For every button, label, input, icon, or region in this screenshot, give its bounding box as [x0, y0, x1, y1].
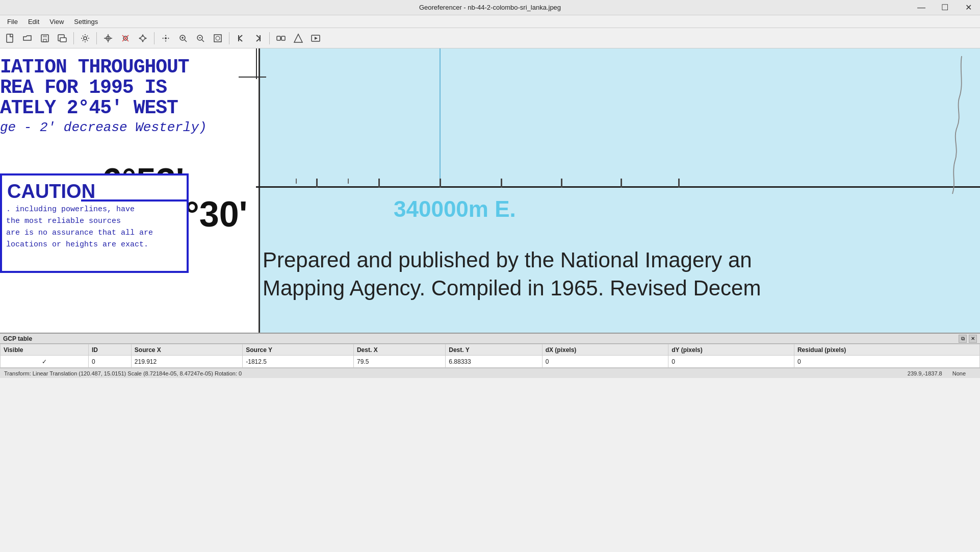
svg-rect-19: [281, 36, 285, 40]
minor-tick-1: [296, 179, 297, 184]
add-point-button[interactable]: [100, 31, 116, 46]
caution-title-text: AUTION: [21, 181, 95, 202]
col-source-x: Source X: [131, 344, 242, 356]
svg-rect-14: [214, 35, 221, 42]
col-dx: dX (pixels): [542, 344, 668, 356]
svg-rect-3: [43, 35, 47, 37]
caution-text: . including powerlines, have the most re…: [6, 204, 153, 250]
settings-button[interactable]: [77, 31, 93, 46]
col-visible: Visible: [1, 344, 89, 356]
next-extent-button[interactable]: [250, 31, 266, 46]
menu-edit[interactable]: Edit: [23, 17, 44, 27]
row-dest-x: 79.5: [353, 356, 445, 368]
col-source-y: Source Y: [243, 344, 354, 356]
row-source-y: -1812.5: [243, 356, 354, 368]
gcp-detach-button[interactable]: ⧉: [959, 335, 967, 343]
map-bottom-line1: Prepared and published by the National I…: [263, 246, 980, 274]
svg-point-11: [165, 37, 167, 39]
link-views-button[interactable]: [273, 31, 289, 46]
caution-box: CAUTION . including powerlines, have the…: [0, 173, 189, 273]
gcp-close-button[interactable]: ✕: [969, 335, 977, 343]
save-button[interactable]: [37, 31, 53, 46]
crs-none: None: [952, 370, 966, 377]
tick-2: [378, 179, 380, 188]
map-bottom-text: Prepared and published by the National I…: [263, 246, 980, 302]
zoom-full-button[interactable]: [210, 31, 226, 46]
minor-tick-2: [348, 179, 349, 184]
svg-rect-6: [60, 38, 66, 42]
svg-rect-0: [7, 34, 13, 42]
tick-1: [316, 179, 318, 188]
svg-rect-16: [238, 35, 239, 41]
move-point-button[interactable]: [135, 31, 151, 46]
svg-point-15: [216, 36, 220, 40]
gcp-table-wrapper: Visible ID Source X Source Y Dest. X Des…: [0, 344, 980, 368]
delete-point-button[interactable]: [117, 31, 134, 46]
save-as-button[interactable]: [54, 31, 70, 46]
map-canvas[interactable]: IATION THROUGHOUT REA FOR 1995 IS ATELY …: [0, 48, 980, 333]
map-bottom-line2: Mapping Agency. Compiled in 1965. Revise…: [263, 274, 980, 302]
menu-view[interactable]: View: [44, 17, 69, 27]
col-dest-x: Dest. X: [353, 344, 445, 356]
toolbar-separator-3: [154, 32, 154, 44]
gcp-table: Visible ID Source X Source Y Dest. X Des…: [0, 344, 980, 368]
transform-info: Transform: Linear Translation (120.487, …: [4, 370, 242, 377]
status-bar: Transform: Linear Translation (120.487, …: [0, 368, 980, 378]
table-row[interactable]: ✓ 0 219.912 -1812.5 79.5 6.88333 0 0 0: [1, 356, 980, 368]
map-text-3: ATELY 2°45' WEST: [0, 97, 178, 119]
map-text-1: IATION THROUGHOUT: [0, 56, 189, 78]
tick-4: [501, 179, 502, 188]
minimize-button[interactable]: —: [910, 0, 933, 15]
zoom-in-button[interactable]: [175, 31, 191, 46]
transform-button[interactable]: [290, 31, 306, 46]
map-text-4: ge - 2' decrease Westerly): [0, 120, 207, 135]
menu-bar: File Edit View Settings: [0, 15, 980, 28]
run-button[interactable]: [307, 31, 324, 46]
row-visible: ✓: [1, 356, 89, 368]
row-dest-y: 6.88333: [446, 356, 542, 368]
toolbar-separator-5: [269, 32, 270, 44]
new-button[interactable]: [2, 31, 18, 46]
zoom-out-button[interactable]: [192, 31, 209, 46]
menu-settings[interactable]: Settings: [69, 17, 103, 27]
coastline-svg: [888, 48, 980, 202]
title-bar: Georeferencer - nb-44-2-colombo-sri_lank…: [0, 0, 980, 15]
toolbar-separator-4: [229, 32, 229, 44]
gcp-title: GCP table: [3, 335, 32, 342]
open-button[interactable]: [19, 31, 36, 46]
main-area: IATION THROUGHOUT REA FOR 1995 IS ATELY …: [0, 48, 980, 333]
tick-6: [621, 179, 622, 188]
tick-7: [678, 179, 680, 188]
row-dx: 0: [542, 356, 668, 368]
svg-marker-20: [294, 34, 302, 42]
svg-point-10: [141, 36, 145, 40]
table-header-row: Visible ID Source X Source Y Dest. X Des…: [1, 344, 980, 356]
menu-file[interactable]: File: [2, 17, 23, 27]
tick-3: [440, 179, 441, 188]
easting-label: 340000m E.: [394, 196, 516, 222]
map-text-2: REA FOR 1995 IS: [0, 77, 167, 98]
row-residual: 0: [794, 356, 979, 368]
svg-rect-17: [260, 35, 261, 41]
toolbar-separator-1: [73, 32, 74, 44]
col-id: ID: [88, 344, 131, 356]
coordinates-display: 239.9,-1837.8: [908, 370, 942, 377]
col-dy: dY (pixels): [668, 344, 794, 356]
col-dest-y: Dest. Y: [446, 344, 542, 356]
svg-marker-1: [23, 36, 31, 40]
gcp-section: GCP table ⧉ ✕ Visible ID Source X Source…: [0, 333, 980, 368]
row-dy: 0: [668, 356, 794, 368]
pan-button[interactable]: [158, 31, 174, 46]
maximize-button[interactable]: ☐: [933, 0, 957, 15]
gcp-controls: ⧉ ✕: [959, 335, 977, 343]
window-title: Georeferencer - nb-44-2-colombo-sri_lank…: [419, 4, 561, 11]
caution-divider-line: [81, 199, 188, 202]
col-residual: Residual (pixels): [794, 344, 979, 356]
crosshair-h-right: [256, 77, 266, 78]
toolbar-separator-2: [96, 32, 97, 44]
gcp-table-header: GCP table ⧉ ✕: [0, 334, 980, 344]
prev-extent-button[interactable]: [233, 31, 249, 46]
window-controls: — ☐ ✕: [910, 0, 980, 15]
tick-baseline: [256, 186, 980, 188]
close-button[interactable]: ✕: [957, 0, 980, 15]
